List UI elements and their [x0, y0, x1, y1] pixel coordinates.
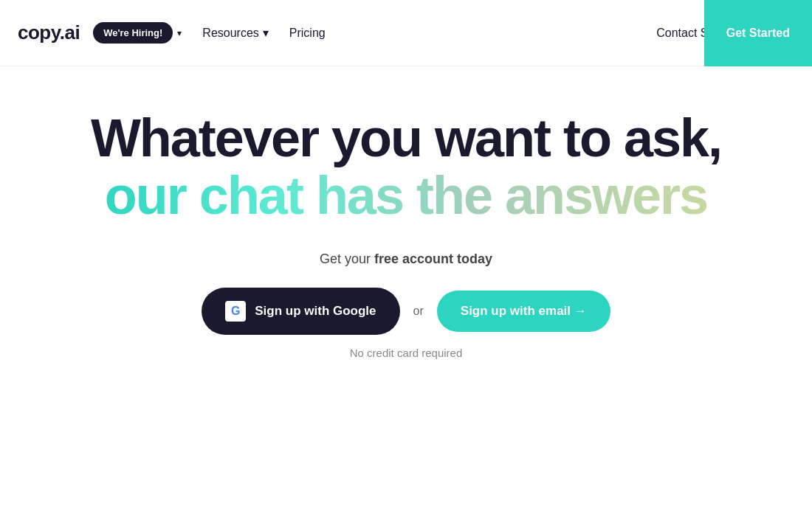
email-signup-button[interactable]: Sign up with email →: [437, 291, 610, 332]
nav-item-pricing[interactable]: Pricing: [289, 27, 326, 40]
navbar: copy.ai We're Hiring! ▾ Resources ▾ Pric…: [0, 0, 812, 66]
email-btn-label: Sign up with email →: [461, 304, 587, 319]
google-btn-label: Sign up with Google: [255, 304, 376, 319]
logo[interactable]: copy.ai: [18, 21, 80, 44]
hero-section: Whatever you want to ask, our chat has t…: [0, 66, 812, 389]
or-divider: or: [413, 305, 424, 318]
nav-pricing-label: Pricing: [289, 27, 326, 40]
no-credit-card-text: No credit card required: [350, 347, 463, 359]
hero-subtitle-bold: free account today: [374, 251, 492, 266]
logo-copy: copy: [18, 21, 60, 44]
logo-dot: .: [60, 21, 65, 44]
hero-title: Whatever you want to ask, our chat has t…: [91, 111, 721, 225]
hero-subtitle: Get your free account today: [320, 251, 492, 267]
nav-resources-label: Resources: [202, 27, 258, 40]
hiring-badge[interactable]: We're Hiring!: [93, 22, 173, 44]
hiring-badge-wrapper: We're Hiring! ▾: [93, 22, 182, 44]
hero-title-line1: Whatever you want to ask,: [91, 111, 721, 167]
get-started-button[interactable]: Get Started: [704, 0, 812, 66]
cta-row: G Sign up with Google or Sign up with em…: [202, 288, 610, 335]
logo-text: copy.ai: [18, 21, 80, 44]
hero-title-line2: our chat has the answers: [91, 167, 721, 225]
google-signup-button[interactable]: G Sign up with Google: [202, 288, 399, 335]
logo-ai: ai: [65, 21, 80, 44]
chevron-down-icon[interactable]: ▾: [177, 28, 182, 38]
nav-item-resources[interactable]: Resources ▾: [202, 26, 268, 40]
chevron-down-icon: ▾: [263, 26, 269, 40]
hero-subtitle-pre: Get your: [320, 251, 374, 266]
google-g-letter: G: [231, 305, 240, 318]
google-icon: G: [225, 301, 246, 322]
